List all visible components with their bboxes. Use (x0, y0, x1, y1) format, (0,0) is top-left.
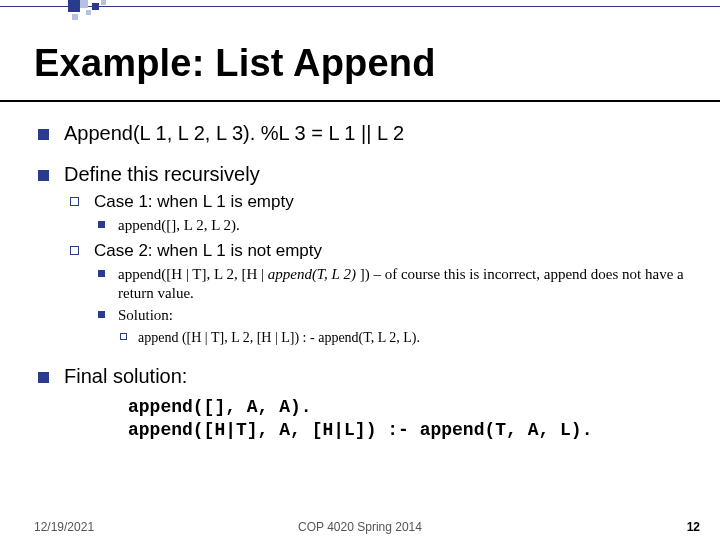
bullet-case2-solution-code: append ([H | T], L 2, [H | L]) : - appen… (118, 329, 686, 347)
slide-body: Append(L 1, L 2, L 3). %L 3 = L 1 || L 2… (34, 122, 686, 460)
bullet-text: Solution: (118, 307, 173, 323)
bullet-text-part1: append([H | T], L 2, [H | (118, 266, 268, 282)
bullet-case2: Case 2: when L 1 is not empty append([H … (68, 241, 686, 347)
final-solution-code: append([], A, A). append([H|T], A, [H|L]… (128, 396, 686, 443)
slide-title: Example: List Append (34, 42, 436, 85)
bullet-text: Define this recursively (64, 163, 260, 185)
bullet-case2-solution: Solution: append ([H | T], L 2, [H | L])… (96, 306, 686, 346)
bullet-case1: Case 1: when L 1 is empty append([], L 2… (68, 192, 686, 235)
slide: Example: List Append Append(L 1, L 2, L … (0, 0, 720, 540)
bullet-text: Append(L 1, L 2, L 3). %L 3 = L 1 || L 2 (64, 122, 404, 144)
bullet-text: append ([H | T], L 2, [H | L]) : - appen… (138, 330, 420, 345)
bullet-append-signature: Append(L 1, L 2, L 3). %L 3 = L 1 || L 2 (34, 122, 686, 145)
bullet-text: Final solution: (64, 365, 187, 387)
code-line-1: append([], A, A). (128, 397, 312, 417)
slide-footer: 12/19/2021 COP 4020 Spring 2014 12 (0, 514, 720, 534)
bullet-final-solution: Final solution: append([], A, A). append… (34, 365, 686, 443)
bullet-text-ital: append(T, L 2) (268, 266, 356, 282)
bullet-case2-wrong: append([H | T], L 2, [H | append(T, L 2)… (96, 265, 686, 303)
title-rule (0, 100, 720, 102)
bullet-text: Case 2: when L 1 is not empty (94, 241, 322, 260)
footer-course: COP 4020 Spring 2014 (298, 520, 422, 534)
top-decoration (0, 0, 720, 22)
code-line-2: append([H|T], A, [H|L]) :- append(T, A, … (128, 420, 592, 440)
bullet-define-recursively: Define this recursively Case 1: when L 1… (34, 163, 686, 347)
bullet-case1-code: append([], L 2, L 2). (96, 216, 686, 235)
footer-date: 12/19/2021 (34, 520, 94, 534)
footer-page-number: 12 (687, 520, 700, 534)
bullet-text: Case 1: when L 1 is empty (94, 192, 294, 211)
bullet-text: append([], L 2, L 2). (118, 217, 240, 233)
